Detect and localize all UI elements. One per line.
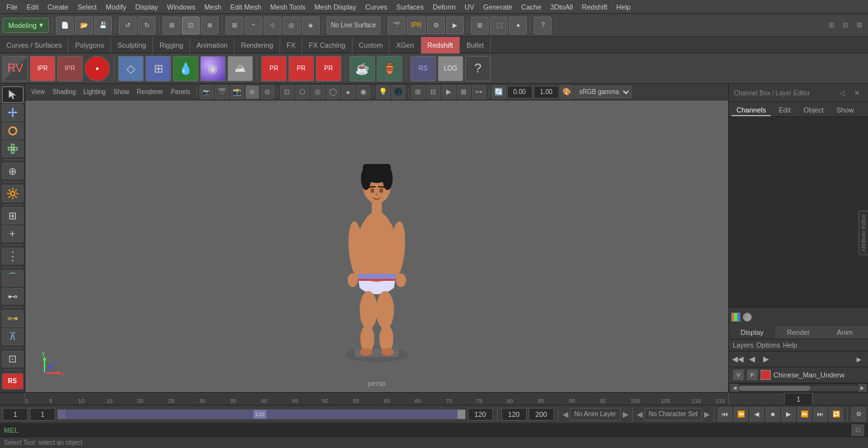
shelf-icon-rs1[interactable]: PR: [261, 56, 287, 81]
menu-mesh[interactable]: Mesh: [200, 2, 225, 12]
redshift-logo-btn[interactable]: RS: [2, 373, 24, 390]
toggle-btn[interactable]: ◉: [356, 85, 370, 99]
show-menu-btn[interactable]: Show: [110, 85, 132, 99]
shelf-icon-rs3[interactable]: PR: [316, 56, 341, 81]
shelf-icon-sphere[interactable]: ◉: [200, 56, 226, 81]
options-menu-item[interactable]: Options: [756, 341, 780, 349]
show-wireframe-btn[interactable]: ⬚: [490, 17, 508, 34]
menu-surfaces[interactable]: Surfaces: [393, 2, 428, 12]
range-current-indicator[interactable]: 120: [254, 410, 266, 419]
menu-mesh-display[interactable]: Mesh Display: [311, 2, 360, 12]
jump-start-btn[interactable]: ⏮: [718, 407, 732, 421]
menu-curves[interactable]: Curves: [362, 2, 391, 12]
menu-redshift[interactable]: Redshift: [578, 2, 611, 12]
hud-btn[interactable]: ⊟: [426, 85, 440, 99]
mode-dropdown[interactable]: Modeling ▾: [3, 18, 49, 33]
film-btn[interactable]: 🎬: [215, 85, 229, 99]
layer-arrow-back-btn[interactable]: ◀◀: [731, 353, 744, 365]
shelf-icon-drop[interactable]: 💧: [173, 56, 198, 81]
new-file-btn[interactable]: 📄: [56, 17, 74, 34]
ui-settings-icon[interactable]: ⊟: [839, 19, 851, 32]
select-lasso-btn[interactable]: ⊡: [182, 17, 200, 34]
menu-edit[interactable]: Edit: [23, 2, 43, 12]
start-frame-input[interactable]: 1: [3, 408, 28, 421]
lighting-menu-btn[interactable]: Lighting: [80, 85, 109, 99]
play-forward-btn[interactable]: ▶: [782, 407, 796, 421]
playblast-btn[interactable]: ▶: [442, 85, 456, 99]
shelf-icon-help[interactable]: ?: [465, 56, 491, 81]
shelf-tab-rigging[interactable]: Rigging: [153, 37, 190, 53]
measure-tools-btn[interactable]: ⊷: [2, 288, 24, 304]
help-btn[interactable]: ?: [534, 17, 552, 34]
layer-scrollbar-h[interactable]: ◀ ▶: [729, 383, 868, 392]
curve-tools-btn[interactable]: ⌒: [2, 270, 24, 287]
viewport-canvas[interactable]: x y z persp: [25, 100, 728, 392]
gamma-input[interactable]: 1.00: [534, 86, 559, 98]
layer-arrow-prev-btn[interactable]: ◀: [745, 353, 758, 365]
menu-select[interactable]: Select: [74, 2, 101, 12]
render-view-btn[interactable]: 🎬: [388, 17, 405, 34]
shading-menu-btn[interactable]: Shading: [50, 85, 79, 99]
shelf-tab-sculpting[interactable]: Sculpting: [111, 37, 153, 53]
current-time-input[interactable]: [784, 393, 813, 405]
anim-layer-prev-btn[interactable]: ◀: [562, 410, 568, 419]
shelf-icon-ipr4[interactable]: ●: [85, 56, 110, 81]
step-forward-btn[interactable]: ⏩: [797, 407, 811, 421]
render-settings-btn[interactable]: ⚙: [427, 17, 445, 34]
tab-render[interactable]: Render: [775, 326, 822, 339]
menu-display[interactable]: Display: [132, 2, 162, 12]
scroll-left-btn[interactable]: ◀: [730, 384, 739, 393]
menu-cache[interactable]: Cache: [517, 2, 545, 12]
layers-menu-item[interactable]: Layers: [733, 341, 754, 349]
show-manipulator-btn[interactable]: ⊞: [2, 207, 24, 224]
range-end-thumb[interactable]: [458, 410, 465, 419]
renderer-menu-btn[interactable]: Renderer: [133, 85, 166, 99]
smooth-btn[interactable]: ⬡: [295, 85, 309, 99]
shelf-icon-rv[interactable]: RV: [3, 56, 28, 81]
stop-btn[interactable]: ■: [766, 407, 780, 421]
tab-edit[interactable]: Edit: [773, 105, 796, 116]
menu-create[interactable]: Create: [44, 2, 72, 12]
tab-display[interactable]: Display: [729, 326, 775, 339]
end-frame-input[interactable]: 120: [468, 408, 493, 421]
step-back-btn[interactable]: ⏪: [734, 407, 748, 421]
shadow-btn[interactable]: 🌑: [391, 85, 405, 99]
char-set-next-btn[interactable]: ▶: [704, 410, 710, 419]
loop-btn[interactable]: 🔁: [829, 407, 843, 421]
select-tool-btn[interactable]: [2, 86, 24, 103]
shelf-tab-fx[interactable]: FX: [280, 37, 302, 53]
hold-btn[interactable]: ⊠: [457, 85, 471, 99]
transform-constraints-btn[interactable]: +: [2, 226, 24, 242]
exposure-input[interactable]: 0.00: [507, 86, 532, 98]
fullscreen-icon[interactable]: ⊠: [853, 19, 865, 32]
camera3-btn[interactable]: 📸: [230, 85, 244, 99]
shelf-icon-rs4[interactable]: ☕: [349, 56, 375, 81]
grid-icon-btn[interactable]: ⊡: [2, 351, 24, 367]
shelf-tab-curves-surfaces[interactable]: Curves / Surfaces: [0, 37, 69, 53]
shelf-icon-rs7[interactable]: LOG: [438, 56, 463, 81]
shelf-icon-rs2[interactable]: PR: [288, 56, 314, 81]
shelf-tab-redshift[interactable]: Redshift: [421, 37, 460, 53]
shelf-tab-bullet[interactable]: Bullet: [460, 37, 491, 53]
save-file-btn[interactable]: 💾: [94, 17, 112, 34]
scroll-track[interactable]: [739, 386, 858, 391]
smooth2-btn[interactable]: ◎: [311, 85, 325, 99]
shelf-icon-ipr3[interactable]: IPR: [57, 56, 83, 81]
transform-btn[interactable]: ⊕: [201, 17, 219, 34]
panel-close-btn[interactable]: ◁: [836, 86, 848, 99]
open-file-btn[interactable]: 📂: [75, 17, 93, 34]
menu-uv[interactable]: UV: [461, 2, 478, 12]
fetch-btn[interactable]: ⊶: [472, 85, 486, 99]
menu-generate[interactable]: Generate: [479, 2, 516, 12]
view-menu-btn[interactable]: View: [28, 85, 48, 99]
jump-end-btn[interactable]: ⏭: [813, 407, 827, 421]
snap-curve-btn[interactable]: ~: [245, 17, 262, 34]
shelf-icon-diamond[interactable]: ◇: [118, 56, 144, 81]
move-tool-btn[interactable]: [2, 104, 24, 121]
layer-visibility-btn[interactable]: V: [733, 369, 744, 381]
xray-btn[interactable]: ◯: [326, 85, 340, 99]
shelf-tab-rendering[interactable]: Rendering: [234, 37, 280, 53]
command-input[interactable]: [18, 426, 851, 434]
snap-grid-btn[interactable]: ⊞: [226, 17, 243, 34]
cmd-expand-btn[interactable]: ⊡: [851, 424, 864, 436]
